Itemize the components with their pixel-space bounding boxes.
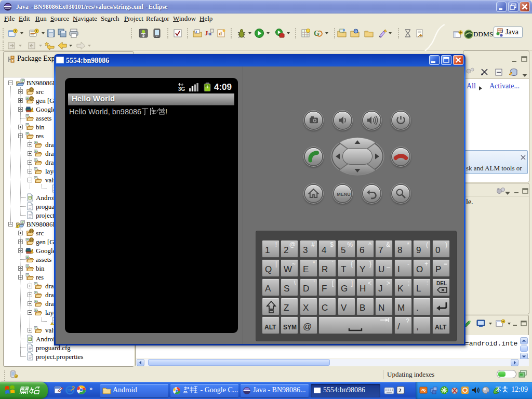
svg-text:!: ! xyxy=(51,322,52,325)
svg-text:d: d xyxy=(219,30,222,36)
svg-text:J: J xyxy=(501,29,503,34)
svg-text:3G: 3G xyxy=(178,86,185,91)
svg-text:DEL: DEL xyxy=(436,281,447,286)
svg-text:J: J xyxy=(205,29,208,37)
svg-text:u: u xyxy=(208,30,211,36)
svg-text:!: ! xyxy=(17,224,18,228)
svg-text:MENU: MENU xyxy=(337,191,350,196)
svg-text:J: J xyxy=(195,30,197,34)
svg-text:2: 2 xyxy=(398,387,402,393)
